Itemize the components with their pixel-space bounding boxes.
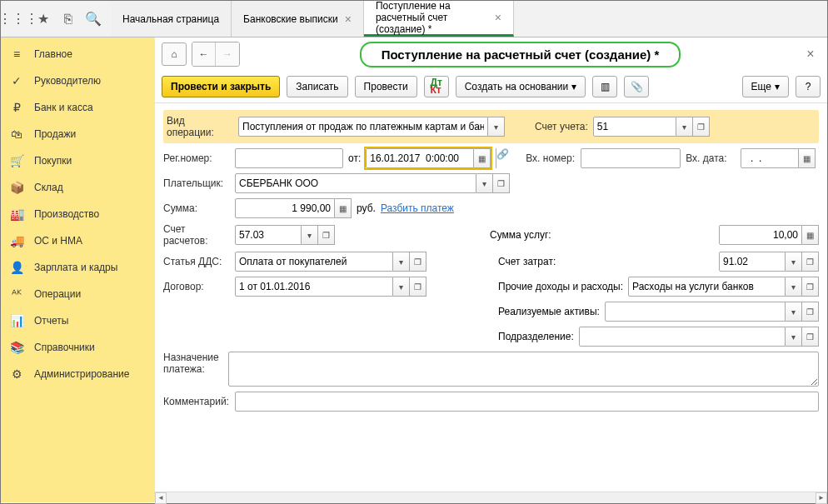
dds-combo[interactable]: ▾❐ <box>235 252 426 272</box>
settle-combo[interactable]: ▾❐ <box>235 225 335 245</box>
in-no-input[interactable] <box>581 148 681 168</box>
close-button[interactable]: × <box>801 47 821 62</box>
dropdown-icon[interactable]: ▾ <box>676 117 693 137</box>
dropdown-icon[interactable]: ▾ <box>786 302 802 322</box>
comment-input[interactable] <box>235 392 819 412</box>
calc-icon[interactable]: ▦ <box>802 225 819 245</box>
forward-button[interactable]: → <box>216 42 239 66</box>
close-icon[interactable]: × <box>495 11 501 24</box>
tab-home[interactable]: Начальная страница <box>111 1 232 37</box>
dtkt-button[interactable]: ДтКт <box>424 76 449 97</box>
dds-input[interactable] <box>235 252 393 272</box>
assets-input[interactable] <box>605 302 786 322</box>
comment-label: Комментарий: <box>163 396 230 407</box>
create-based-button[interactable]: Создать на основании ▾ <box>456 76 586 97</box>
more-button[interactable]: Еще ▾ <box>742 76 789 97</box>
account-input[interactable] <box>593 117 676 137</box>
sidebar-item-12[interactable]: ⚙Администрирование <box>1 361 155 387</box>
close-icon[interactable]: × <box>345 12 352 26</box>
dropdown-icon[interactable]: ▾ <box>393 277 410 297</box>
other-combo[interactable]: ▾❐ <box>628 277 819 297</box>
open-icon[interactable]: ❐ <box>318 225 335 245</box>
account-combo[interactable]: ▾❐ <box>593 117 710 137</box>
post-and-close-button[interactable]: Провести и закрыть <box>162 76 280 97</box>
attach-button[interactable]: 📎 <box>624 76 649 97</box>
sidebar-item-2[interactable]: ₽Банк и касса <box>1 94 155 121</box>
sidebar-item-6[interactable]: 🏭Производство <box>1 201 155 227</box>
cost-acc-combo[interactable]: ▾❐ <box>719 252 819 272</box>
contract-combo[interactable]: ▾❐ <box>235 277 426 297</box>
open-icon[interactable]: ❐ <box>493 173 510 193</box>
horizontal-scrollbar[interactable]: ◄ ► <box>155 492 827 503</box>
tab-bank[interactable]: Банковские выписки× <box>232 1 364 37</box>
account-label: Счет учета: <box>535 121 588 132</box>
search-icon[interactable]: 🔍 <box>81 1 106 37</box>
date-input[interactable] <box>366 148 474 168</box>
sidebar-item-11[interactable]: 📚Справочники <box>1 334 155 361</box>
reg-input[interactable] <box>235 148 343 168</box>
op-type-input[interactable] <box>238 117 488 137</box>
sidebar-item-5[interactable]: 📦Склад <box>1 174 155 201</box>
star-icon[interactable]: ★ <box>31 1 56 37</box>
sidebar-item-7[interactable]: 🚚ОС и НМА <box>1 227 155 254</box>
open-icon[interactable]: ❐ <box>410 252 426 272</box>
report-button[interactable]: ▥ <box>592 76 617 97</box>
contract-input[interactable] <box>235 277 393 297</box>
post-button[interactable]: Провести <box>355 76 417 97</box>
in-date-input[interactable] <box>741 148 799 168</box>
date-combo[interactable]: ▦ <box>366 148 491 168</box>
contract-label: Договор: <box>163 281 230 292</box>
sidebar-item-4[interactable]: 🛒Покупки <box>1 147 155 174</box>
help-button[interactable]: ? <box>796 76 821 97</box>
division-input[interactable] <box>579 327 786 347</box>
service-sum-label: Сумма услуг: <box>490 229 551 241</box>
purpose-input[interactable] <box>228 352 819 387</box>
calc-icon[interactable]: ▦ <box>335 198 352 218</box>
payer-combo[interactable]: ▾❐ <box>235 173 510 193</box>
sidebar-item-3[interactable]: 🛍Продажи <box>1 121 155 147</box>
scroll-track[interactable] <box>167 492 816 504</box>
op-type-combo[interactable]: ▾ <box>238 117 505 137</box>
open-icon[interactable]: ❐ <box>410 277 426 297</box>
dropdown-icon[interactable]: ▾ <box>786 252 802 272</box>
dropdown-icon[interactable]: ▾ <box>786 277 802 297</box>
scroll-left-icon[interactable]: ◄ <box>155 492 167 504</box>
split-link[interactable]: Разбить платеж <box>381 202 454 214</box>
sidebar-item-10[interactable]: 📊Отчеты <box>1 307 155 334</box>
sum-combo[interactable]: ▦ <box>235 198 352 218</box>
calendar-icon[interactable]: ▦ <box>799 148 816 168</box>
dropdown-icon[interactable]: ▾ <box>393 252 410 272</box>
open-icon[interactable]: ❐ <box>802 252 819 272</box>
back-button[interactable]: ← <box>192 42 216 66</box>
open-icon[interactable]: ❐ <box>802 277 819 297</box>
tab-receipt[interactable]: Поступление на расчетный счет (создание)… <box>364 1 514 37</box>
payer-input[interactable] <box>235 173 476 193</box>
settle-input[interactable] <box>235 225 302 245</box>
service-sum-input[interactable] <box>719 225 802 245</box>
open-icon[interactable]: ❐ <box>802 302 819 322</box>
cost-acc-input[interactable] <box>719 252 786 272</box>
home-button[interactable]: ⌂ <box>162 42 187 66</box>
sidebar-item-0[interactable]: ≡Главное <box>1 41 155 67</box>
dropdown-icon[interactable]: ▾ <box>476 173 493 193</box>
dropdown-icon[interactable]: ▾ <box>488 117 505 137</box>
dropdown-icon[interactable]: ▾ <box>302 225 318 245</box>
history-icon[interactable]: ⎘ <box>56 1 81 37</box>
save-button[interactable]: Записать <box>287 76 347 97</box>
sidebar-item-9[interactable]: ᴬᴷОперации <box>1 281 155 307</box>
assets-combo[interactable]: ▾❐ <box>605 302 819 322</box>
link-icon[interactable]: 🔗 <box>496 148 514 168</box>
open-icon[interactable]: ❐ <box>693 117 710 137</box>
division-combo[interactable]: ▾❐ <box>579 327 819 347</box>
sum-input[interactable] <box>235 198 335 218</box>
scroll-right-icon[interactable]: ► <box>816 492 827 504</box>
open-icon[interactable]: ❐ <box>802 327 819 347</box>
calendar-icon[interactable]: ▦ <box>474 148 491 168</box>
other-input[interactable] <box>628 277 786 297</box>
dropdown-icon[interactable]: ▾ <box>786 327 802 347</box>
sidebar-item-1[interactable]: ✓Руководителю <box>1 67 155 94</box>
sidebar-item-8[interactable]: 👤Зарплата и кадры <box>1 254 155 281</box>
in-date-combo[interactable]: ▦ <box>741 148 816 168</box>
apps-icon[interactable]: ⋮⋮⋮ <box>6 1 31 37</box>
service-sum-combo[interactable]: ▦ <box>719 225 819 245</box>
